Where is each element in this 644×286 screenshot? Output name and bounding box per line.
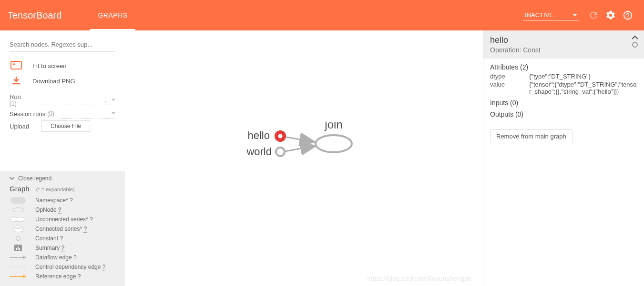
run-selector[interactable]: INACTIVE — [523, 10, 579, 21]
node-label-world: world — [246, 146, 272, 158]
legend-opnode: OpNode ? — [10, 205, 115, 215]
node-join[interactable] — [316, 135, 352, 152]
legend-namespace: Namespace* ? — [10, 196, 115, 205]
close-legend-button[interactable]: Close legend. — [10, 175, 115, 182]
download-png-button[interactable]: Download PNG — [10, 73, 115, 89]
legend-connected: Connected series* ? — [10, 224, 115, 234]
svg-point-6 — [13, 229, 23, 232]
search-input[interactable] — [10, 38, 115, 51]
svg-rect-0 — [11, 61, 21, 69]
app-logo: TensorBoard — [8, 10, 61, 21]
unconnected-series-icon — [10, 217, 27, 222]
legend-reference: Reference edge ? — [10, 272, 115, 281]
run-count: (1) — [10, 100, 36, 107]
attr-key-dtype: dtype — [490, 73, 524, 80]
legend-hint: (* = expandable) — [36, 187, 75, 192]
session-select[interactable] — [60, 109, 115, 118]
legend-constant: Constant ? — [10, 234, 115, 243]
tab-graphs[interactable]: GRAPHS — [90, 0, 135, 30]
remove-from-graph-button[interactable]: Remove from main graph — [490, 129, 572, 143]
connected-series-icon — [10, 226, 27, 232]
summary-icon — [14, 245, 22, 251]
attr-val-value: {"tensor":{"dtype":"DT_STRING","tensor_s… — [529, 81, 637, 95]
sidebar: Fit to screen Download PNG Run (1) . — [0, 30, 125, 286]
edge-world-join — [285, 146, 315, 151]
svg-point-3 — [16, 217, 24, 222]
info-operation: Operation: Const — [490, 46, 637, 54]
constant-icon — [16, 236, 20, 241]
info-header: hello Operation: Const — [483, 30, 644, 59]
outputs-row: Outputs (0) — [490, 110, 637, 118]
session-label: Session runs — [10, 110, 45, 118]
refresh-icon[interactable] — [588, 10, 599, 21]
download-icon — [10, 76, 23, 86]
fit-screen-icon — [10, 61, 23, 70]
chevron-down-icon — [10, 177, 14, 180]
edge-hello-join — [286, 137, 314, 142]
watermark: https://blog.csdn.net/liuyunshengsir — [367, 275, 471, 282]
namespace-icon — [10, 197, 26, 204]
graph-canvas[interactable]: hello world join https://blog.csdn.net/l… — [125, 30, 483, 286]
fit-label: Fit to screen — [32, 62, 67, 69]
attributes-header: Attributes (2) — [490, 63, 637, 71]
computation-graph: hello world join — [239, 121, 382, 187]
run-label: Run — [10, 93, 36, 100]
node-label-hello: hello — [248, 129, 270, 141]
chevron-down-icon — [572, 14, 577, 17]
choose-file-button[interactable]: Choose File — [41, 120, 90, 132]
chevron-down-icon — [112, 99, 115, 101]
attr-key-value: value — [490, 81, 524, 95]
legend-summary: Summary ? — [10, 243, 115, 253]
gear-icon[interactable] — [605, 10, 616, 21]
info-title: hello — [490, 35, 637, 45]
legend-title: Graph — [10, 185, 30, 193]
legend-control: Control dependency edge ? — [10, 262, 115, 272]
node-info-panel: hello Operation: Const Attributes (2) dt… — [483, 30, 644, 286]
app-header: TensorBoard GRAPHS INACTIVE — [0, 0, 644, 30]
run-select[interactable]: . — [41, 96, 115, 105]
close-legend-label: Close legend. — [18, 175, 53, 182]
legend-panel: Close legend. Graph (* = expandable) Nam… — [0, 171, 125, 286]
reference-edge-icon — [10, 274, 27, 279]
dataflow-edge-icon — [10, 255, 27, 260]
node-marker-icon — [632, 42, 638, 48]
legend-unconnected: Unconnected series* ? — [10, 215, 115, 224]
fit-to-screen-button[interactable]: Fit to screen — [10, 58, 115, 73]
run-selector-label: INACTIVE — [525, 11, 553, 19]
download-label: Download PNG — [32, 78, 75, 85]
opnode-icon — [12, 207, 24, 212]
svg-point-1 — [13, 63, 15, 65]
control-edge-icon — [10, 266, 27, 268]
attr-val-dtype: {"type":"DT_STRING"} — [529, 73, 637, 80]
session-count: (0) — [47, 110, 54, 117]
node-label-join: join — [324, 121, 342, 131]
legend-dataflow: Dataflow edge ? — [10, 253, 115, 262]
chevron-down-icon — [112, 112, 115, 115]
upload-label: Upload — [10, 123, 36, 130]
inputs-row: Inputs (0) — [490, 99, 637, 107]
help-icon[interactable] — [622, 10, 634, 21]
svg-point-10 — [278, 134, 283, 138]
node-world[interactable] — [276, 148, 285, 156]
chevron-up-icon[interactable] — [632, 35, 638, 40]
